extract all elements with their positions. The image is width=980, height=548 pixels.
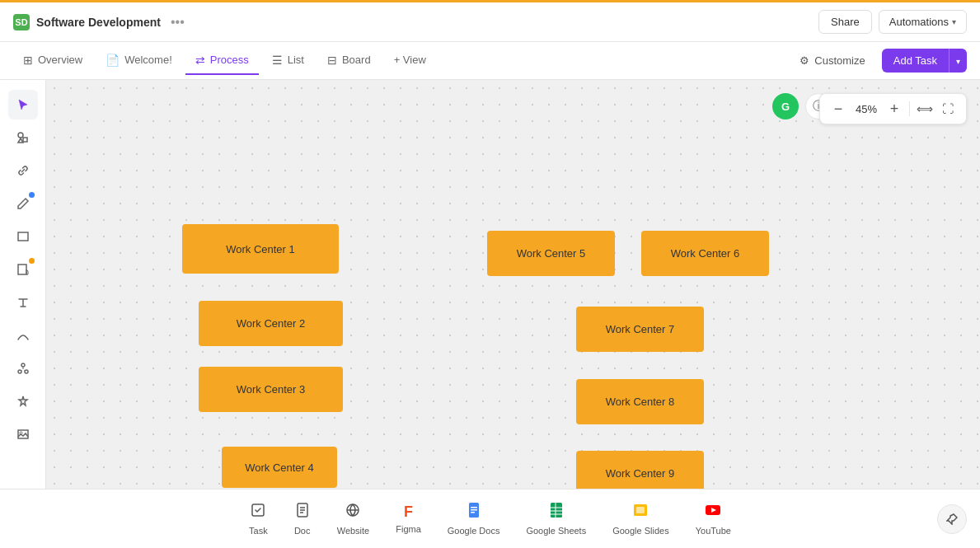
toolbar-link[interactable] — [8, 156, 38, 185]
svg-rect-25 — [636, 507, 645, 513]
bottom-toolbar: Task Doc Website F Figma Google Docs Goo… — [0, 489, 980, 548]
bottom-tool-figma[interactable]: F Figma — [396, 504, 421, 534]
zoom-level-display: 45% — [851, 103, 881, 115]
task-icon — [250, 502, 266, 522]
figma-label: Figma — [396, 524, 421, 534]
toolbar-rectangle[interactable] — [8, 222, 38, 251]
list-icon: ☰ — [272, 54, 283, 67]
toolbar-magic[interactable] — [8, 386, 38, 416]
svg-rect-3 — [18, 265, 26, 274]
zoom-in-button[interactable]: + — [884, 99, 904, 119]
tab-overview[interactable]: ⊞ Overview — [13, 47, 92, 75]
toolbar-pen[interactable] — [8, 189, 38, 218]
top-bar-left: SD Software Development ••• — [13, 14, 185, 30]
doc-icon — [294, 502, 311, 522]
tab-add-view[interactable]: + View — [384, 47, 436, 74]
process-icon: ⇄ — [195, 54, 205, 67]
nav-tabs-left: ⊞ Overview 📄 Welcome! ⇄ Process ☰ List ⊟… — [13, 47, 436, 75]
work-center-box[interactable]: Work Center 6 — [641, 231, 769, 276]
google-slides-icon — [632, 502, 649, 522]
svg-point-5 — [18, 370, 21, 373]
svg-rect-19 — [551, 503, 562, 518]
automations-button[interactable]: Automations ▾ — [879, 10, 967, 34]
doc-label: Doc — [294, 526, 311, 536]
bottom-tool-doc[interactable]: Doc — [294, 502, 311, 536]
google-sheets-icon — [548, 502, 565, 522]
svg-rect-2 — [18, 232, 28, 241]
app-title: Software Development — [36, 16, 161, 29]
toolbar-text[interactable] — [8, 288, 38, 317]
bottom-tool-youtube[interactable]: YouTube — [696, 502, 731, 536]
youtube-label: YouTube — [696, 526, 731, 536]
toolbar-shapes[interactable] — [8, 123, 38, 152]
customize-button[interactable]: ⚙ Customize — [790, 49, 874, 72]
google-docs-label: Google Docs — [448, 526, 500, 536]
app-icon: SD — [13, 14, 30, 30]
svg-point-4 — [21, 363, 25, 367]
figma-icon: F — [404, 504, 413, 521]
toolbar-note[interactable] — [8, 255, 38, 284]
svg-rect-17 — [471, 509, 477, 511]
bottom-tool-google-slides[interactable]: Google Slides — [612, 502, 669, 536]
svg-rect-16 — [471, 507, 477, 508]
toolbar-cursor[interactable] — [8, 90, 38, 119]
tab-welcome[interactable]: 📄 Welcome! — [96, 47, 182, 75]
bottom-tool-task[interactable]: Task — [249, 502, 268, 536]
task-label: Task — [249, 526, 268, 536]
work-center-box[interactable]: Work Center 1 — [182, 224, 339, 274]
main-area: G ⓘ − 45% + ⟺ ⛶ Work Center 1Work Center… — [0, 80, 980, 489]
tab-board[interactable]: ⊟ Board — [317, 47, 381, 75]
svg-point-6 — [25, 370, 28, 373]
nav-tabs-right: ⚙ Customize Add Task ▾ — [790, 49, 967, 73]
work-center-box[interactable]: Work Center 3 — [199, 367, 343, 412]
work-center-box[interactable]: Work Center 9 — [576, 451, 704, 489]
website-label: Website — [337, 526, 370, 536]
canvas: G ⓘ − 45% + ⟺ ⛶ Work Center 1Work Center… — [46, 80, 980, 489]
svg-point-0 — [18, 133, 23, 138]
svg-rect-1 — [23, 138, 27, 142]
bottom-tool-google-sheets[interactable]: Google Sheets — [526, 502, 586, 536]
work-center-box[interactable]: Work Center 2 — [199, 301, 343, 346]
gear-icon: ⚙ — [799, 54, 809, 67]
svg-rect-18 — [471, 512, 475, 513]
zoom-fit-button[interactable]: ⟺ — [915, 99, 935, 119]
website-icon — [345, 502, 361, 522]
pin-button[interactable] — [937, 504, 967, 534]
work-center-box[interactable]: Work Center 8 — [576, 379, 704, 424]
add-task-button[interactable]: Add Task — [882, 49, 949, 73]
work-center-box[interactable]: Work Center 7 — [576, 307, 704, 352]
google-slides-label: Google Slides — [612, 526, 669, 536]
overview-icon: ⊞ — [23, 54, 33, 67]
chevron-down-icon: ▾ — [952, 17, 956, 26]
google-docs-icon — [466, 502, 482, 522]
work-center-box[interactable]: Work Center 4 — [222, 447, 337, 488]
bottom-tool-google-docs[interactable]: Google Docs — [448, 502, 500, 536]
left-toolbar — [0, 80, 46, 489]
zoom-out-button[interactable]: − — [828, 99, 848, 119]
zoom-fullscreen-button[interactable]: ⛶ — [938, 99, 958, 119]
tab-process[interactable]: ⇄ Process — [185, 47, 259, 75]
more-options-icon[interactable]: ••• — [171, 15, 185, 30]
top-bar: SD Software Development ••• Share Automa… — [0, 2, 980, 42]
share-button[interactable]: Share — [818, 10, 872, 34]
zoom-divider — [909, 101, 910, 116]
nav-tabs: ⊞ Overview 📄 Welcome! ⇄ Process ☰ List ⊟… — [0, 42, 980, 80]
doc-icon: 📄 — [106, 54, 120, 67]
bottom-tool-website[interactable]: Website — [337, 502, 370, 536]
toolbar-pen2[interactable] — [8, 321, 38, 350]
toolbar-nodes[interactable] — [8, 354, 38, 383]
add-task-dropdown-button[interactable]: ▾ — [949, 49, 967, 73]
youtube-icon — [705, 502, 721, 522]
user-avatar: G — [772, 93, 799, 119]
google-sheets-label: Google Sheets — [526, 526, 586, 536]
top-bar-right: Share Automations ▾ — [818, 10, 967, 34]
work-center-box[interactable]: Work Center 5 — [487, 231, 615, 276]
board-icon: ⊟ — [327, 54, 337, 67]
tab-list[interactable]: ☰ List — [262, 47, 314, 75]
chevron-down-icon: ▾ — [956, 57, 960, 66]
toolbar-image[interactable] — [8, 419, 38, 449]
zoom-controls: − 45% + ⟺ ⛶ — [819, 93, 967, 124]
